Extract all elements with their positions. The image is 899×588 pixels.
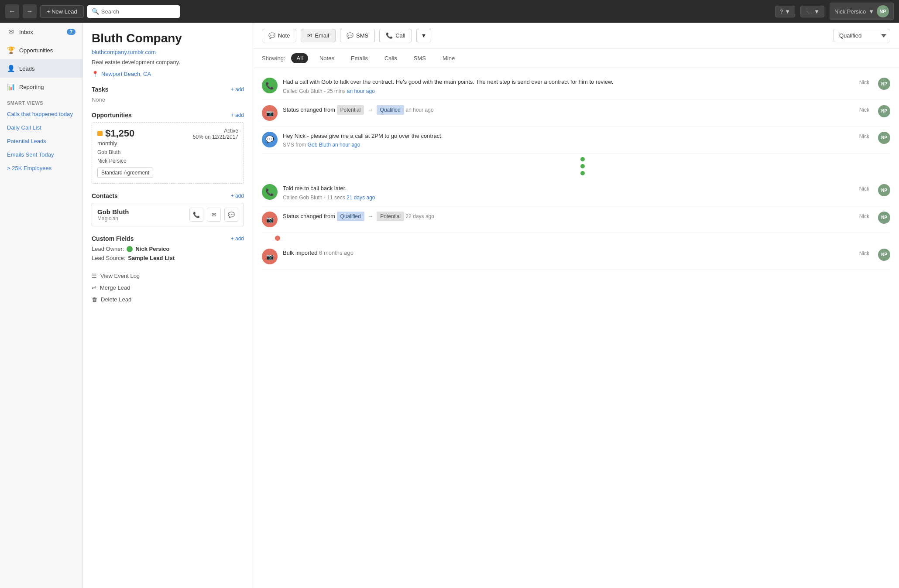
smart-view-calls-today[interactable]: Calls that happened today [0,107,82,121]
activity-meta-call-1: Called Gob Bluth - 25 mins an hour ago [283,88,854,94]
sms-button[interactable]: 💬 SMS [340,29,375,42]
contact-info: Gob Bluth Magician [97,208,129,222]
activity-text-call-1: Had a call with Gob to talk over the con… [283,78,854,86]
activity-icon-status-1: 📷 [262,105,278,121]
smart-view-potential-leads[interactable]: Potential Leads [0,134,82,148]
activity-dot-3 [580,171,585,175]
contacts-add-link[interactable]: + add [231,193,244,199]
status-from-badge-2: Qualified [337,212,364,221]
opportunities-section: Opportunities + add $1,250 monthly [92,112,244,184]
activity-icon-import: 📷 [262,249,278,264]
help-button[interactable]: ? ▼ [775,6,795,17]
contact-call-button[interactable]: 📞 [189,208,203,222]
note-button[interactable]: 💬 Note [262,29,296,42]
filter-all[interactable]: All [291,53,308,63]
activity-user-call-1: Nick [859,79,873,85]
lead-owner-label: Lead Owner: [92,246,124,252]
company-url[interactable]: bluthcompany.tumblr.com [92,49,244,55]
bottom-actions: ☰ View Event Log ⇌ Merge Lead 🗑 Delete L… [92,270,244,305]
email-button[interactable]: ✉ Email [301,29,336,42]
activity-time-status-1: an hour ago [406,107,434,113]
activity-icon-sms-1: 💬 [262,132,278,147]
more-actions-button[interactable]: ▼ [416,29,432,42]
reporting-icon: 📊 [7,83,15,91]
opp-contact1: Gob Bluth [97,149,238,155]
activity-avatar-call-1: NP [878,78,890,90]
opportunities-add-link[interactable]: + add [231,112,244,118]
activity-meta-link-sms-1: Gob Bluth [308,142,331,148]
lead-source-label: Lead Source: [92,255,125,261]
contacts-title: Contacts [92,192,118,199]
sidebar-item-leads[interactable]: 👤 Leads [0,59,82,78]
search-input[interactable] [87,5,180,18]
custom-fields-add-link[interactable]: + add [231,236,244,242]
forward-button[interactable]: → [23,4,37,18]
user-avatar: NP [877,5,889,17]
contact-name: Gob Bluth [97,208,129,215]
smart-view-emails-sent[interactable]: Emails Sent Today [0,148,82,161]
company-name: Bluth Company [92,31,244,45]
filter-emails[interactable]: Emails [346,53,373,63]
contacts-section: Contacts + add Gob Bluth Magician 📞 ✉ 💬 [92,192,244,226]
sidebar-item-opportunities[interactable]: 🏆 Opportunities [0,41,82,59]
activity-body-import: Bulk imported 6 months ago [283,249,854,257]
activity-user-call-2: Nick [859,186,873,192]
opportunity-card: $1,250 monthly Active 50% on 12/21/2017 … [92,122,244,184]
activity-panel: 💬 Note ✉ Email 💬 SMS 📞 Call ▼ Qualifi [253,23,899,588]
activity-filter-bar: Showing: All Notes Emails Calls SMS Mine [253,49,899,68]
opportunities-icon: 🏆 [7,46,15,54]
call-action-button[interactable]: 📞 Call [379,29,412,42]
status-select[interactable]: Qualified Potential Bad Timing [834,29,890,42]
activity-avatar-call-2: NP [878,184,890,196]
lead-source-field: Lead Source: Sample Lead List [92,255,244,261]
filter-notes[interactable]: Notes [314,53,340,63]
location-text: Newport Beach, CA [101,71,151,77]
back-button[interactable]: ← [5,4,19,18]
activity-feed: 📞 Had a call with Gob to talk over the c… [253,68,899,588]
smart-view-25k-employees[interactable]: > 25K Employees [0,161,82,175]
single-dot-container [262,233,890,243]
activity-item-call-1: 📞 Had a call with Gob to talk over the c… [262,72,890,100]
view-event-log-action[interactable]: ☰ View Event Log [92,270,244,282]
tasks-header: Tasks + add [92,86,244,93]
filter-sms[interactable]: SMS [408,53,431,63]
custom-fields-section: Custom Fields + add Lead Owner: Nick Per… [92,235,244,261]
contact-sms-button[interactable]: 💬 [224,208,238,222]
tasks-add-link[interactable]: + add [231,86,244,92]
smart-views-label: SMART VIEWS [0,96,82,107]
sidebar-item-inbox[interactable]: ✉ Inbox 7 [0,23,82,41]
activity-body-call-2: Told me to call back later. Called Gob B… [283,184,854,201]
smart-view-daily-call-list[interactable]: Daily Call List [0,121,82,134]
activity-text-import: Bulk imported 6 months ago [283,249,854,257]
inbox-badge: 7 [67,29,75,35]
activity-text-sms-1: Hey Nick - please give me a call at 2PM … [283,132,854,140]
call-dropdown-button[interactable]: 📞 ▼ [800,6,824,17]
opp-tag: Standard Agreement [97,168,153,178]
search-icon: 🔍 [92,8,99,15]
topnav-right: ? ▼ 📞 ▼ Nick Persico ▼ NP [775,3,894,20]
sidebar-inbox-label: Inbox [19,29,33,35]
delete-lead-action[interactable]: 🗑 Delete Lead [92,294,244,305]
top-navigation: ← → + New Lead 🔍 ? ▼ 📞 ▼ Nick Persico ▼ … [0,0,899,23]
new-lead-button[interactable]: + New Lead [40,5,84,18]
sidebar-item-reporting[interactable]: 📊 Reporting [0,78,82,96]
note-icon: 💬 [268,32,275,39]
event-log-icon: ☰ [92,273,97,279]
activity-meta-sms-1: SMS from Gob Bluth an hour ago [283,142,854,148]
filter-mine[interactable]: Mine [437,53,460,63]
activity-text-status-2: Status changed from Qualified → Potentia… [283,212,854,221]
contact-email-button[interactable]: ✉ [207,208,221,222]
location-icon: 📍 [92,71,99,77]
activity-body-call-1: Had a call with Gob to talk over the con… [283,78,854,94]
user-menu-button[interactable]: Nick Persico ▼ NP [830,3,894,20]
opp-status-text: Active [193,128,238,134]
filter-calls[interactable]: Calls [379,53,402,63]
user-name-label: Nick Persico [834,8,866,15]
activity-avatar-sms-1: NP [878,132,890,144]
lead-owner-field: Lead Owner: Nick Persico [92,246,244,252]
leads-icon: 👤 [7,65,15,72]
content-area: Bluth Company bluthcompany.tumblr.com Re… [83,23,899,588]
activity-user-import: Nick [859,250,873,256]
merge-lead-action[interactable]: ⇌ Merge Lead [92,282,244,294]
activity-body-sms-1: Hey Nick - please give me a call at 2PM … [283,132,854,148]
